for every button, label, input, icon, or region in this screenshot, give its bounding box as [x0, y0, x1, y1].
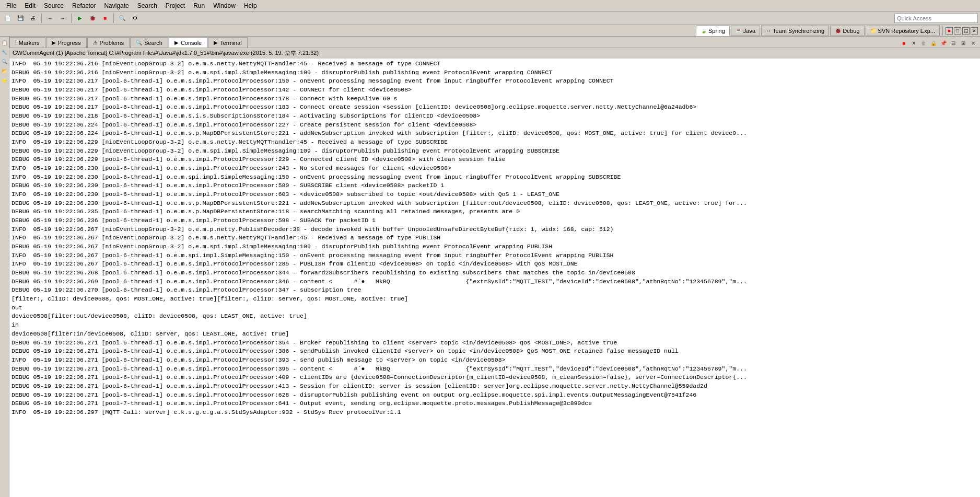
- tab-terminal[interactable]: ▶ Terminal: [208, 37, 248, 48]
- console-panel: ! Markers ▶ Progress ⚠ Problems 🔍 Search…: [9, 37, 980, 497]
- console-log-line: DEBUG 05-19 19:22:06.271 [pool-6-thread-…: [11, 365, 978, 374]
- console-log-line: device0508[filter:out/device0508, cliID:…: [11, 312, 978, 321]
- toolbar-settings[interactable]: ⚙: [129, 13, 141, 24]
- tab-search[interactable]: 🔍 Search: [130, 37, 168, 48]
- console-icon: ▶: [174, 40, 179, 45]
- console-log-line: DEBUG 05-19 19:22:06.217 [pool-6-thread-…: [11, 103, 978, 112]
- tab-right-controls: ■ ✕ 🗑 🔒 📌 ⊟ ⊞ ✕: [899, 38, 980, 48]
- minimize-button[interactable]: ■: [946, 27, 953, 34]
- console-close-btn[interactable]: ✕: [969, 38, 978, 48]
- console-log-line: INFO 05-19 19:22:06.217 [pool-6-thread-1…: [11, 77, 978, 86]
- console-log-line: DEBUG 05-19 19:22:06.271 [pool-6-thread-…: [11, 391, 978, 400]
- search-tab-icon: 🔍: [136, 40, 142, 45]
- svn-icon: 📁: [870, 28, 877, 33]
- main-layout: 📋 🔧 🔍 📂 ⭐ ! Markers ▶ Progress ⚠ Problem…: [0, 37, 980, 497]
- perspective-spring[interactable]: 🍃 Spring: [696, 26, 730, 36]
- perspective-team[interactable]: ↔ Team Synchronizing: [761, 26, 829, 36]
- console-minimize-btn[interactable]: ⊟: [949, 38, 958, 48]
- close-button[interactable]: ✕: [971, 27, 978, 34]
- toolbar-stop[interactable]: ■: [99, 13, 111, 24]
- tab-markers-label: Markers: [19, 40, 40, 46]
- menu-help[interactable]: Help: [240, 1, 261, 10]
- console-output[interactable]: INFO 05-19 19:22:06.216 [nioEventLoopGro…: [9, 59, 980, 497]
- console-log-line: INFO 05-19 19:22:06.230 [pool-6-thread-1…: [11, 190, 978, 199]
- console-log-line: in: [11, 321, 978, 330]
- console-log-line: INFO 05-19 19:22:06.230 [pool-6-thread-1…: [11, 164, 978, 173]
- sidebar-icon-5[interactable]: ⭐: [1, 76, 9, 85]
- console-pin-btn[interactable]: 📌: [939, 38, 948, 48]
- console-log-line: DEBUG 05-19 19:22:06.217 [pool-6-thread-…: [11, 95, 978, 103]
- sidebar-icon-3[interactable]: 🔍: [1, 57, 9, 66]
- toolbar-search[interactable]: 🔍: [116, 13, 128, 24]
- perspective-svn[interactable]: 📁 SVN Repository Exp...: [866, 26, 940, 36]
- console-log-line: INFO 05-19 19:22:06.267 [pool-6-thread-1…: [11, 260, 978, 269]
- terminal-icon: ▶: [214, 40, 218, 45]
- menu-source[interactable]: Source: [40, 1, 68, 10]
- console-maximize-btn[interactable]: ⊞: [959, 38, 968, 48]
- console-title-text: GWCommAgent (1) [Apache Tomcat] C:\#Prog…: [13, 49, 319, 57]
- toolbar-sep1: [41, 14, 42, 23]
- menu-window[interactable]: Window: [209, 1, 240, 10]
- console-log-line: DEBUG 05-19 19:22:06.224 [pool-6-thread-…: [11, 121, 978, 130]
- console-log-line: DEBUG 05-19 19:22:06.269 [pool-6-thread-…: [11, 278, 978, 286]
- menu-navigate[interactable]: Navigate: [100, 1, 133, 10]
- perspective-svn-label: SVN Repository Exp...: [878, 28, 935, 34]
- tab-problems[interactable]: ⚠ Problems: [87, 37, 130, 48]
- console-stop-btn[interactable]: ■: [899, 38, 908, 48]
- perspective-debug-label: Debug: [843, 28, 859, 34]
- console-scroll-lock-btn[interactable]: 🔒: [929, 38, 938, 48]
- menu-file[interactable]: File: [2, 1, 20, 10]
- menu-refactor[interactable]: Refactor: [68, 1, 100, 10]
- console-log-line: INFO 05-19 19:22:06.267 [nioEventLoopGro…: [11, 234, 978, 242]
- left-sidebar: 📋 🔧 🔍 📂 ⭐: [0, 37, 9, 497]
- console-log-line: DEBUG 05-19 19:22:06.267 [nioEventLoopGr…: [11, 242, 978, 251]
- maximize-button[interactable]: □: [954, 27, 961, 34]
- toolbar-back[interactable]: ←: [44, 13, 56, 24]
- console-clear-btn[interactable]: 🗑: [919, 38, 928, 48]
- java-icon: ☕: [736, 28, 742, 33]
- tab-problems-label: Problems: [100, 40, 124, 46]
- perspective-team-label: Team Synchronizing: [773, 28, 824, 34]
- tab-terminal-label: Terminal: [220, 40, 242, 46]
- toolbar-forward[interactable]: →: [57, 13, 68, 24]
- quick-access-container: [894, 14, 978, 23]
- spring-icon: 🍃: [701, 28, 707, 33]
- menu-project[interactable]: Project: [161, 1, 189, 10]
- tab-markers[interactable]: ! Markers: [9, 37, 45, 48]
- console-log-line: DEBUG 05-19 19:22:06.271 [pool-6-thread-…: [11, 339, 978, 348]
- menu-edit[interactable]: Edit: [20, 1, 40, 10]
- toolbar: 📄 💾 🖨 ← → ▶ 🐞 ■ 🔍 ⚙: [0, 11, 980, 25]
- sidebar-icon-2[interactable]: 🔧: [1, 48, 9, 56]
- tab-progress[interactable]: ▶ Progress: [46, 37, 87, 48]
- menu-search[interactable]: Search: [133, 1, 161, 10]
- toolbar-new[interactable]: 📄: [2, 13, 14, 24]
- perspective-java[interactable]: ☕ Java: [731, 26, 760, 36]
- console-disconnect-btn[interactable]: ✕: [909, 38, 918, 48]
- sidebar-icon-4[interactable]: 📂: [1, 67, 9, 75]
- toolbar-run[interactable]: ▶: [74, 13, 86, 24]
- quick-access-input[interactable]: [894, 14, 978, 23]
- perspective-bar: 🍃 Spring ☕ Java ↔ Team Synchronizing 🐞 D…: [0, 25, 980, 37]
- console-log-line: DEBUG 05-19 19:22:06.230 [pool-6-thread-…: [11, 181, 978, 190]
- restore-button[interactable]: ◱: [962, 27, 970, 34]
- console-log-line: [filter:, cliID: device0508, qos: MOST_O…: [11, 295, 978, 304]
- menu-run[interactable]: Run: [189, 1, 209, 10]
- debug-icon: 🐞: [835, 28, 841, 33]
- sidebar-icon-1[interactable]: 📋: [1, 39, 9, 47]
- console-log-line: DEBUG 05-19 19:22:06.224 [pool-6-thread-…: [11, 129, 978, 138]
- team-icon: ↔: [766, 28, 771, 33]
- perspective-debug[interactable]: 🐞 Debug: [830, 26, 864, 36]
- console-log-line: INFO 05-19 19:22:06.216 [nioEventLoopGro…: [11, 60, 978, 68]
- toolbar-sep3: [113, 14, 114, 23]
- toolbar-debug[interactable]: 🐞: [87, 13, 98, 24]
- toolbar-save[interactable]: 💾: [15, 13, 26, 24]
- console-log-line: INFO 05-19 19:22:06.297 [MQTT Call: serv…: [11, 408, 978, 417]
- console-log-line: out: [11, 304, 978, 313]
- tab-console[interactable]: ▶ Console: [169, 37, 207, 48]
- problems-icon: ⚠: [93, 40, 98, 45]
- tab-search-label: Search: [144, 40, 162, 46]
- console-log-line: INFO 05-19 19:22:06.271 [pool-6-thread-1…: [11, 356, 978, 365]
- toolbar-print[interactable]: 🖨: [27, 13, 39, 24]
- tab-progress-label: Progress: [58, 40, 81, 46]
- console-log-line: DEBUG 05-19 19:22:06.216 [nioEventLoopGr…: [11, 68, 978, 77]
